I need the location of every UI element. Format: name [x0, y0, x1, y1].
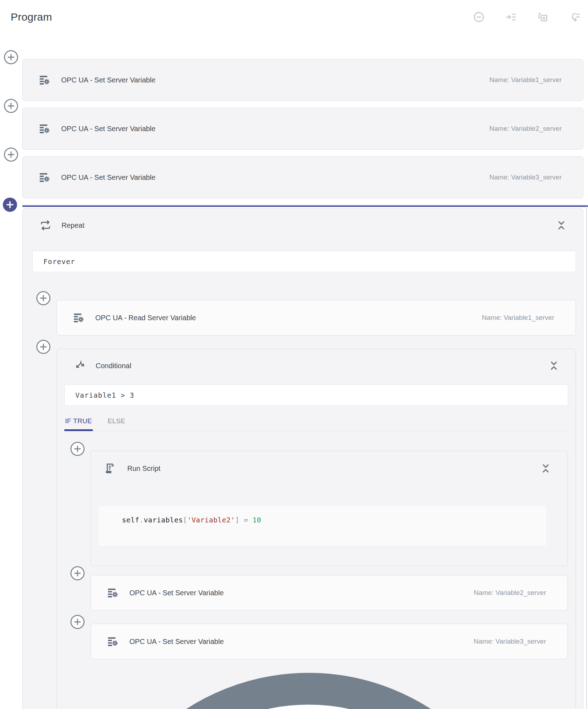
program-row: OPC UA - Set Server Variable Name: Varia…	[91, 575, 568, 611]
block-name-label: Name: Variable1_server	[482, 314, 554, 322]
insert-step-button[interactable]	[4, 50, 18, 65]
collapse-icon[interactable]	[548, 360, 560, 371]
top-bar: Program	[0, 0, 588, 25]
insert-step-button[interactable]	[36, 291, 51, 306]
repeat-mode-input[interactable]: Forever	[32, 251, 576, 272]
tab-else[interactable]: ELSE	[107, 412, 126, 431]
block-opcua-set-server-variable[interactable]: OPC UA - Set Server Variable Name: Varia…	[91, 575, 568, 611]
code-token: ]	[235, 516, 239, 524]
block-opcua-set-server-variable[interactable]: OPC UA - Set Server Variable Name: Varia…	[22, 156, 583, 198]
drop-indicator	[22, 205, 588, 207]
program-row: OPC UA - Set Server Variable Name: Varia…	[22, 59, 583, 101]
repeat-drop-zone: Repeat Forever OPC UA - Read Server Vari…	[22, 208, 583, 709]
block-title: Repeat	[62, 221, 556, 230]
block-title: OPC UA - Set Server Variable	[129, 589, 474, 597]
code-token: 'Variable2'	[187, 516, 235, 524]
code-token: 10	[252, 516, 261, 524]
conditional-tabs: IF TRUE ELSE	[64, 412, 568, 431]
block-title: OPC UA - Set Server Variable	[61, 76, 490, 84]
duplicate-block-icon[interactable]	[537, 11, 549, 23]
block-title: OPC UA - Set Server Variable	[61, 125, 490, 133]
block-title: Run Script	[127, 464, 540, 473]
insert-step-button[interactable]	[70, 566, 85, 581]
program-row: Run Script self.variables['Variable2'] =…	[91, 451, 568, 566]
block-opcua-read-server-variable[interactable]: OPC UA - Read Server Variable Name: Vari…	[57, 300, 576, 335]
insert-step-button[interactable]	[4, 147, 18, 162]
code-token: self	[122, 516, 139, 524]
insert-step-button[interactable]	[70, 614, 85, 629]
repeat-children: OPC UA - Read Server Variable Name: Vari…	[57, 300, 576, 709]
list-settings-icon	[39, 172, 50, 183]
program-toolbar	[473, 11, 581, 23]
block-run-script[interactable]: Run Script self.variables['Variable2'] =…	[91, 451, 568, 566]
block-title: OPC UA - Set Server Variable	[129, 638, 474, 646]
block-opcua-set-server-variable[interactable]: OPC UA - Set Server Variable Name: Varia…	[22, 108, 583, 150]
reorder-list-icon[interactable]	[569, 11, 581, 23]
block-opcua-set-server-variable[interactable]: OPC UA - Set Server Variable Name: Varia…	[22, 59, 583, 101]
code-token: variables	[144, 516, 183, 524]
block-name-label: Name: Variable2_server	[490, 125, 562, 133]
block-name-label: Name: Variable2_server	[474, 589, 546, 597]
block-name-label: Name: Variable3_server	[474, 638, 546, 645]
list-settings-icon	[107, 587, 118, 598]
repeat-header: Repeat	[23, 209, 583, 231]
conditional-branch-icon	[74, 360, 86, 372]
block-name-label: Name: Variable3_server	[490, 173, 562, 181]
block-conditional[interactable]: Conditional Variable1 > 3 IF TRUE ELSE	[57, 349, 576, 709]
code-token: =	[240, 516, 253, 524]
collapse-icon[interactable]	[556, 220, 567, 231]
list-settings-icon	[73, 312, 84, 323]
program-row: OPC UA - Set Server Variable Name: Varia…	[91, 624, 568, 659]
program-row: OPC UA - Set Server Variable Name: Varia…	[22, 108, 583, 150]
code-token: .	[139, 516, 144, 524]
script-code-editor[interactable]: self.variables['Variable2'] = 10	[98, 506, 546, 546]
program-row: Conditional Variable1 > 3 IF TRUE ELSE	[57, 349, 576, 709]
block-title: OPC UA - Set Server Variable	[61, 173, 490, 182]
if-true-children: Run Script self.variables['Variable2'] =…	[91, 451, 568, 709]
collapse-icon[interactable]	[540, 463, 551, 474]
block-title: OPC UA - Read Server Variable	[95, 314, 482, 322]
block-title: Conditional	[96, 362, 548, 370]
run-script-header: Run Script	[91, 451, 567, 474]
repeat-icon	[39, 219, 52, 231]
block-name-label: Name: Variable1_server	[490, 76, 562, 84]
program-row: OPC UA - Read Server Variable Name: Vari…	[57, 300, 576, 335]
insert-step-button[interactable]	[4, 98, 18, 113]
program-canvas: OPC UA - Set Server Variable Name: Varia…	[0, 59, 588, 709]
block-repeat[interactable]: Repeat Forever OPC UA - Read Server Vari…	[22, 208, 583, 709]
insert-step-button[interactable]	[36, 339, 51, 354]
page-title: Program	[11, 11, 52, 23]
list-settings-icon	[107, 636, 118, 647]
program-row: OPC UA - Set Server Variable Name: Varia…	[22, 156, 583, 198]
block-opcua-set-server-variable[interactable]: OPC UA - Set Server Variable Name: Varia…	[91, 624, 568, 659]
list-settings-icon	[39, 123, 50, 134]
repeat-mode-field: Forever	[32, 251, 576, 272]
remove-circle-icon[interactable]	[473, 11, 485, 23]
code-token: [	[183, 516, 187, 524]
list-settings-icon	[39, 74, 50, 86]
conditional-header: Conditional	[57, 349, 576, 372]
insert-step-button-active[interactable]	[2, 197, 17, 212]
condition-input[interactable]: Variable1 > 3	[64, 385, 568, 406]
insert-step-button[interactable]	[70, 659, 547, 709]
tab-if-true[interactable]: IF TRUE	[64, 412, 93, 431]
script-scroll-icon	[103, 462, 116, 474]
insert-into-list-icon[interactable]	[505, 11, 517, 23]
condition-field: Variable1 > 3	[64, 385, 568, 406]
insert-step-button[interactable]	[70, 441, 85, 456]
